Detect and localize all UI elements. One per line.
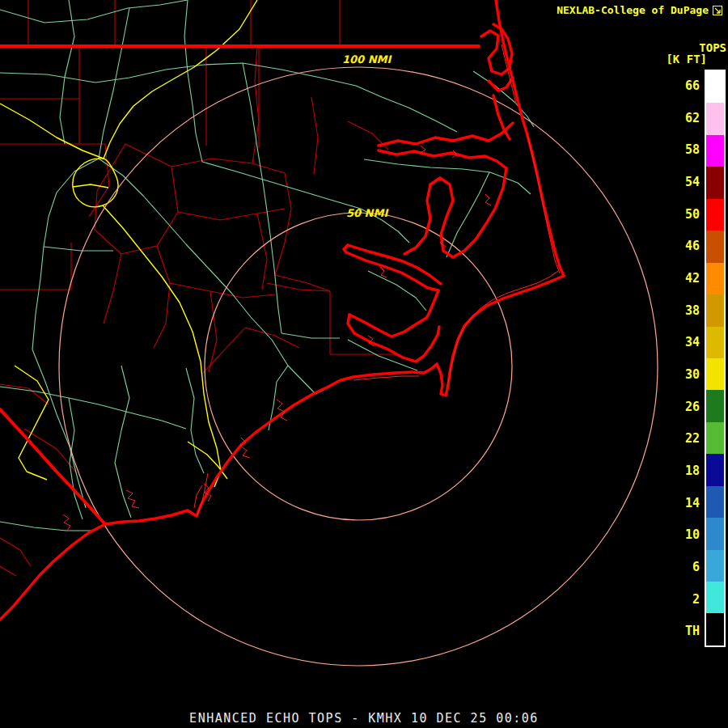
scale-label-42: 42 <box>675 262 700 294</box>
scale-segment-58 <box>706 135 724 167</box>
scale-title: TOPS [K FT] <box>666 42 726 65</box>
scale-label-66: 66 <box>675 70 700 102</box>
scale-label-50: 50 <box>675 198 700 231</box>
ring-label-100nmi: 100 NMI <box>342 53 391 66</box>
scale-segment-46 <box>706 231 724 262</box>
scale-label-14: 14 <box>675 487 700 519</box>
scale-segment-42 <box>706 263 724 294</box>
scale-segment-50 <box>706 199 724 231</box>
ring-100nmi <box>59 67 658 666</box>
radar-display[interactable]: 100 NMI 50 NMI NEXLAB-College of DuPage … <box>0 0 728 728</box>
radar-map[interactable] <box>0 0 728 728</box>
scale-label-TH: TH <box>675 615 700 647</box>
credit-line[interactable]: NEXLAB-College of DuPage <box>557 4 722 16</box>
county-lines <box>0 0 398 576</box>
scale-segment-2 <box>706 582 724 613</box>
scale-label-62: 62 <box>675 102 700 134</box>
scale-label-34: 34 <box>675 326 700 358</box>
scale-label-26: 26 <box>675 391 700 423</box>
scale-labels: 66625854504642383430262218141062TH <box>675 70 700 647</box>
range-rings <box>59 67 658 666</box>
scale-label-58: 58 <box>675 133 700 166</box>
scale-label-2: 2 <box>675 583 700 616</box>
scale-segment-6 <box>706 550 724 582</box>
scale-segment-18 <box>706 454 724 485</box>
scale-segment-62 <box>706 103 724 134</box>
scale-label-18: 18 <box>675 455 700 487</box>
scale-segment-14 <box>706 486 724 518</box>
scale-segment-66 <box>706 71 724 103</box>
scale-segment-22 <box>706 422 724 454</box>
scale-segment-26 <box>706 390 724 421</box>
scale-label-46: 46 <box>675 230 700 262</box>
scale-label-10: 10 <box>675 518 700 551</box>
product-caption: ENHANCED ECHO TOPS - KMHX 10 DEC 25 00:0… <box>0 711 728 726</box>
credit-text: NEXLAB-College of DuPage <box>557 4 709 16</box>
scale-segment-34 <box>706 327 724 358</box>
road-network <box>0 0 534 531</box>
scale-label-38: 38 <box>675 294 700 327</box>
scale-title-text: TOPS <box>666 42 726 53</box>
scale-segment-10 <box>706 518 724 549</box>
scale-label-6: 6 <box>675 551 700 583</box>
coastal-detail-lines <box>63 44 560 531</box>
scale-label-54: 54 <box>675 166 700 198</box>
scale-segment-30 <box>706 358 724 390</box>
highway-network <box>0 0 257 487</box>
scale-units-text: [K FT] <box>666 53 726 65</box>
scale-segment-54 <box>706 167 724 198</box>
resize-arrow-icon <box>713 6 722 15</box>
scale-label-30: 30 <box>675 358 700 391</box>
scale-segment-38 <box>706 294 724 326</box>
scale-segment-TH <box>706 613 724 645</box>
color-scale-bar <box>705 70 726 647</box>
ring-label-50nmi: 50 NMI <box>346 207 387 219</box>
scale-label-22: 22 <box>675 422 700 455</box>
